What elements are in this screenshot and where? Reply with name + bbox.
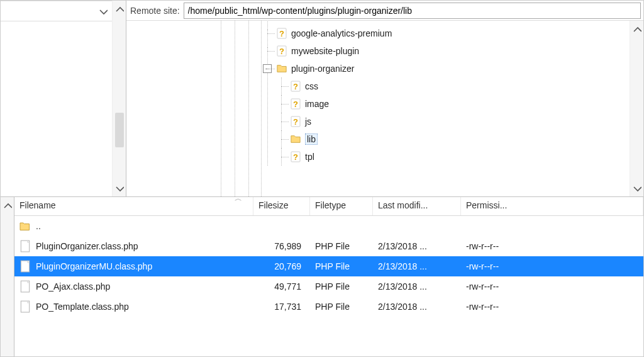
file-name: PluginOrganizer.class.php [36, 241, 138, 251]
tree-item[interactable]: google-analytics-premium [262, 25, 627, 42]
parent-directory-row[interactable]: .. [14, 216, 643, 236]
tree-item-label: google-analytics-premium [291, 28, 392, 38]
file-name: PO_Template.class.php [36, 302, 129, 312]
remote-tree-area: google-analytics-premiummywebsite-plugin… [126, 21, 643, 196]
tree-item[interactable]: lib [276, 130, 627, 148]
tree-item[interactable]: css [276, 77, 627, 95]
tree-node[interactable]: google-analytics-premium [276, 25, 627, 42]
file-row[interactable]: PO_Template.class.php17,731PHP File2/13/… [14, 297, 643, 317]
tree-node[interactable]: mywebsite-plugin [276, 42, 627, 60]
scroll-thumb[interactable] [115, 113, 124, 147]
tree-item-label: tpl [305, 152, 314, 162]
splitter-grip-icon[interactable]: ︿ [235, 193, 242, 204]
tree-item-label: image [305, 99, 329, 109]
file-list-header[interactable]: Filename Filesize Filetype Last modifi..… [14, 197, 643, 216]
file-icon [19, 300, 31, 313]
file-list-body[interactable]: ..PluginOrganizer.class.php76,989PHP Fil… [14, 216, 643, 356]
remote-path-input-wrap[interactable] [184, 3, 641, 19]
remote-panel: Remote site: google-analytics-premiummyw… [126, 1, 643, 196]
file-modified: 2/13/2018 ... [373, 281, 461, 292]
folder-up-icon [19, 221, 31, 231]
file-row[interactable]: PO_Ajax.class.php49,771PHP File2/13/2018… [14, 276, 643, 297]
folder-icon [276, 63, 287, 74]
local-panel-body [1, 1, 112, 196]
file-size: 17,731 [253, 302, 310, 312]
tree-item-label: lib [305, 133, 318, 145]
top-panels: Remote site: google-analytics-premiummyw… [1, 1, 643, 197]
col-filesize[interactable]: Filesize [253, 197, 310, 215]
tree-item-label: js [305, 116, 311, 127]
tree-node[interactable]: css [290, 77, 627, 95]
tree-item[interactable]: −plugin-organizercssimagejslibtpl [262, 60, 627, 166]
file-permissions: -rw-r--r-- [461, 302, 643, 312]
folder-icon [290, 133, 301, 145]
tree-item[interactable]: image [276, 95, 627, 113]
file-icon [19, 260, 31, 273]
scroll-track[interactable] [115, 14, 124, 183]
file-name: PO_Ajax.class.php [36, 281, 110, 292]
file-permissions: -rw-r--r-- [461, 261, 643, 271]
file-size: 49,771 [253, 281, 310, 292]
unknown-folder-icon [290, 81, 301, 92]
tree-item-label: plugin-organizer [291, 64, 354, 74]
remote-file-list: Filename Filesize Filetype Last modifi..… [14, 197, 643, 356]
tree-item[interactable]: tpl [276, 148, 627, 166]
file-type: PHP File [310, 241, 373, 251]
bottom-panels: ︿ Filename Filesize Filetype Last modifi… [1, 197, 643, 356]
tree-node[interactable]: image [290, 95, 627, 113]
col-filetype[interactable]: Filetype [310, 197, 373, 215]
remote-tree-scrollbar[interactable] [630, 21, 643, 196]
local-files-scrollbar[interactable] [1, 197, 14, 356]
file-row[interactable]: PluginOrganizerMU.class.php20,769PHP Fil… [14, 256, 643, 276]
scroll-down-icon[interactable] [631, 183, 643, 194]
remote-site-label: Remote site: [130, 6, 180, 16]
unknown-folder-icon [276, 45, 287, 57]
unknown-folder-icon [290, 151, 301, 162]
local-combo-stub [1, 1, 112, 21]
collapse-toggle[interactable]: − [263, 64, 272, 73]
scroll-up-icon[interactable] [2, 200, 13, 211]
tree-node[interactable]: js [290, 113, 627, 130]
file-modified: 2/13/2018 ... [373, 302, 461, 312]
file-name: PluginOrganizerMU.class.php [36, 261, 152, 271]
tree-node[interactable]: tpl [290, 148, 627, 166]
tree-node[interactable]: lib [290, 130, 627, 148]
chevron-down-icon[interactable] [98, 6, 108, 16]
remote-tree[interactable]: google-analytics-premiummywebsite-plugin… [126, 21, 630, 196]
file-row[interactable]: PluginOrganizer.class.php76,989PHP File2… [14, 236, 643, 256]
tree-node[interactable]: plugin-organizer [276, 60, 627, 77]
tree-item[interactable]: js [276, 113, 627, 130]
local-scrollbar[interactable] [112, 1, 126, 196]
tree-item-label: css [305, 81, 318, 91]
tree-item-label: mywebsite-plugin [291, 46, 359, 56]
file-type: PHP File [310, 302, 373, 312]
file-type: PHP File [310, 261, 373, 271]
unknown-folder-icon [290, 98, 301, 110]
scroll-down-icon[interactable] [114, 183, 125, 194]
file-icon [19, 280, 31, 293]
local-panel [1, 1, 126, 196]
file-type: PHP File [310, 281, 373, 292]
unknown-folder-icon [276, 28, 287, 39]
unknown-folder-icon [290, 116, 301, 127]
col-filename[interactable]: Filename [14, 197, 253, 215]
file-permissions: -rw-r--r-- [461, 241, 643, 251]
file-icon [19, 240, 31, 252]
scroll-up-icon[interactable] [114, 3, 125, 14]
tree-item[interactable]: mywebsite-plugin [262, 42, 627, 60]
file-modified: 2/13/2018 ... [373, 241, 461, 251]
parent-dir-label: .. [36, 221, 41, 231]
scroll-up-icon[interactable] [631, 23, 643, 35]
col-permissions[interactable]: Permissi... [461, 197, 643, 215]
file-size: 76,989 [253, 241, 310, 251]
remote-path-input[interactable] [184, 6, 640, 16]
col-modified[interactable]: Last modifi... [373, 197, 461, 215]
file-modified: 2/13/2018 ... [373, 261, 461, 271]
file-permissions: -rw-r--r-- [461, 281, 643, 292]
remote-path-bar: Remote site: [126, 1, 643, 21]
ancestry-guides [126, 21, 271, 196]
file-size: 20,769 [253, 261, 310, 271]
ftp-client-window: Remote site: google-analytics-premiummyw… [0, 0, 644, 357]
